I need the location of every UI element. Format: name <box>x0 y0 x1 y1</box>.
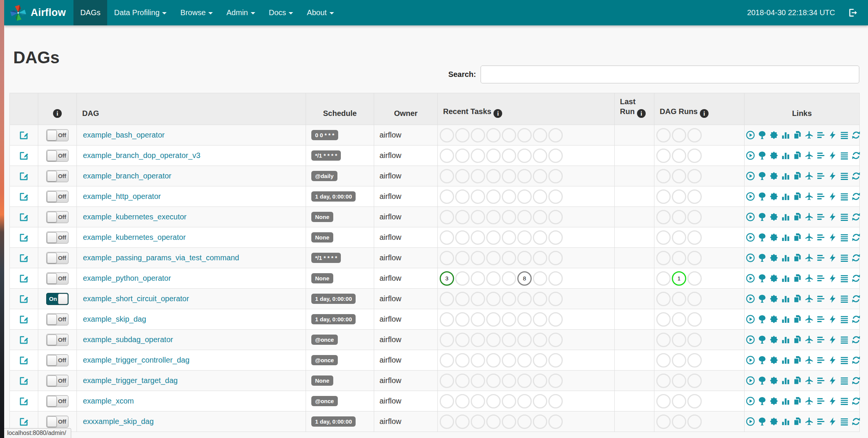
task-duration-icon[interactable] <box>781 314 790 324</box>
task-duration-icon[interactable] <box>781 294 790 303</box>
code-icon[interactable] <box>828 212 837 222</box>
code-icon[interactable] <box>828 274 837 283</box>
edit-dag-icon[interactable] <box>19 171 29 181</box>
log-icon[interactable] <box>840 212 849 222</box>
graph-view-icon[interactable] <box>769 396 779 406</box>
dag-name-link[interactable]: example_subdag_operator <box>83 335 173 344</box>
refresh-icon[interactable] <box>851 130 861 140</box>
state-circle-filled[interactable]: 1 <box>672 271 686 286</box>
edit-dag-icon[interactable] <box>19 233 29 242</box>
dag-pause-toggle[interactable]: Off <box>46 252 69 264</box>
trigger-dag-icon[interactable] <box>746 274 755 283</box>
trigger-dag-icon[interactable] <box>746 417 755 426</box>
code-icon[interactable] <box>828 151 837 160</box>
refresh-icon[interactable] <box>851 335 861 344</box>
task-tries-icon[interactable] <box>793 335 802 344</box>
task-tries-icon[interactable] <box>793 233 802 242</box>
refresh-icon[interactable] <box>851 417 861 426</box>
sign-out-icon[interactable] <box>848 8 858 18</box>
gantt-icon[interactable] <box>816 396 826 406</box>
gantt-icon[interactable] <box>816 335 826 344</box>
landing-times-icon[interactable] <box>804 376 814 385</box>
code-icon[interactable] <box>828 335 837 344</box>
refresh-icon[interactable] <box>851 151 861 160</box>
landing-times-icon[interactable] <box>804 171 814 181</box>
task-tries-icon[interactable] <box>793 192 802 201</box>
tree-view-icon[interactable] <box>757 151 767 160</box>
refresh-icon[interactable] <box>851 396 861 406</box>
dag-name-link[interactable]: example_passing_params_via_test_command <box>83 253 239 262</box>
tree-view-icon[interactable] <box>757 335 767 344</box>
task-duration-icon[interactable] <box>781 335 790 344</box>
landing-times-icon[interactable] <box>804 417 814 426</box>
tree-view-icon[interactable] <box>757 417 767 426</box>
task-duration-icon[interactable] <box>781 396 790 406</box>
dag-name-link[interactable]: example_branch_dop_operator_v3 <box>83 151 200 160</box>
code-icon[interactable] <box>828 376 837 385</box>
nav-item-admin[interactable]: Admin <box>220 0 262 25</box>
log-icon[interactable] <box>840 314 849 324</box>
task-tries-icon[interactable] <box>793 314 802 324</box>
task-duration-icon[interactable] <box>781 274 790 283</box>
graph-view-icon[interactable] <box>769 233 779 242</box>
dag-pause-toggle[interactable]: Off <box>46 375 69 387</box>
dag-pause-toggle[interactable]: Off <box>46 354 69 366</box>
dag-name-link[interactable]: exxxample_skip_dag <box>83 417 154 425</box>
nav-item-docs[interactable]: Docs <box>262 0 300 25</box>
task-tries-icon[interactable] <box>793 294 802 303</box>
gantt-icon[interactable] <box>816 233 826 242</box>
gantt-icon[interactable] <box>816 192 826 201</box>
task-tries-icon[interactable] <box>793 212 802 222</box>
edit-dag-icon[interactable] <box>19 355 29 365</box>
dag-name-link[interactable]: example_short_circuit_operator <box>83 294 189 303</box>
nav-item-about[interactable]: About <box>300 0 340 25</box>
code-icon[interactable] <box>828 253 837 263</box>
edit-dag-icon[interactable] <box>19 192 29 202</box>
gantt-icon[interactable] <box>816 417 826 426</box>
graph-view-icon[interactable] <box>769 171 779 181</box>
dag-pause-toggle[interactable]: Off <box>46 232 69 244</box>
landing-times-icon[interactable] <box>804 233 814 242</box>
log-icon[interactable] <box>840 171 849 181</box>
edit-dag-icon[interactable] <box>19 417 29 427</box>
tree-view-icon[interactable] <box>757 171 767 181</box>
trigger-dag-icon[interactable] <box>746 253 755 263</box>
task-duration-icon[interactable] <box>781 253 790 263</box>
task-tries-icon[interactable] <box>793 376 802 385</box>
log-icon[interactable] <box>840 130 849 140</box>
dag-name-link[interactable]: example_python_operator <box>83 274 171 282</box>
gantt-icon[interactable] <box>816 171 826 181</box>
tree-view-icon[interactable] <box>757 314 767 324</box>
tree-view-icon[interactable] <box>757 192 767 201</box>
graph-view-icon[interactable] <box>769 355 779 365</box>
graph-view-icon[interactable] <box>769 151 779 160</box>
task-duration-icon[interactable] <box>781 376 790 385</box>
gantt-icon[interactable] <box>816 376 826 385</box>
search-input[interactable] <box>481 66 859 83</box>
refresh-icon[interactable] <box>851 274 861 283</box>
log-icon[interactable] <box>840 274 849 283</box>
landing-times-icon[interactable] <box>804 314 814 324</box>
dag-pause-toggle[interactable]: On <box>46 293 69 305</box>
log-icon[interactable] <box>840 396 849 406</box>
edit-dag-icon[interactable] <box>19 314 29 324</box>
trigger-dag-icon[interactable] <box>746 294 755 303</box>
gantt-icon[interactable] <box>816 314 826 324</box>
refresh-icon[interactable] <box>851 376 861 385</box>
refresh-icon[interactable] <box>851 355 861 365</box>
trigger-dag-icon[interactable] <box>746 376 755 385</box>
refresh-icon[interactable] <box>851 314 861 324</box>
task-duration-icon[interactable] <box>781 417 790 426</box>
tree-view-icon[interactable] <box>757 274 767 283</box>
state-circle-filled[interactable]: 3 <box>440 271 454 286</box>
edit-dag-icon[interactable] <box>19 294 29 304</box>
graph-view-icon[interactable] <box>769 274 779 283</box>
task-duration-icon[interactable] <box>781 212 790 222</box>
edit-dag-icon[interactable] <box>19 130 29 140</box>
trigger-dag-icon[interactable] <box>746 335 755 344</box>
gantt-icon[interactable] <box>816 212 826 222</box>
dag-name-link[interactable]: example_trigger_controller_dag <box>83 356 189 364</box>
code-icon[interactable] <box>828 355 837 365</box>
task-duration-icon[interactable] <box>781 233 790 242</box>
task-duration-icon[interactable] <box>781 130 790 140</box>
